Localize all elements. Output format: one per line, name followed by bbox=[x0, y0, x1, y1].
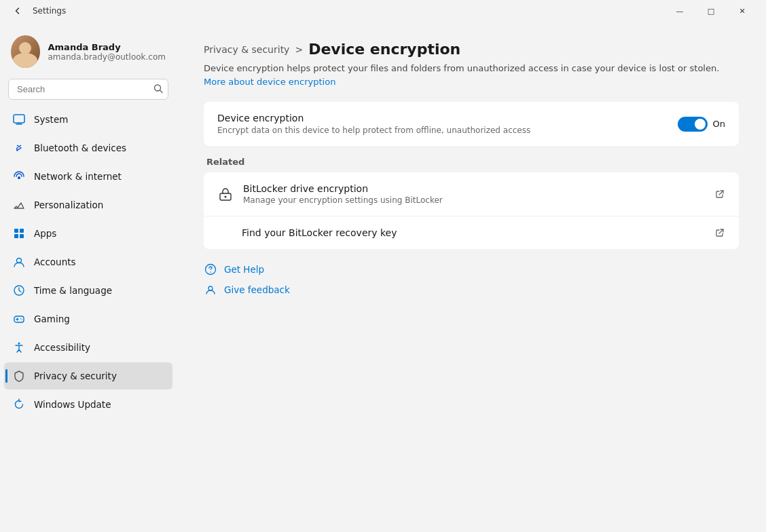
svg-line-1 bbox=[160, 90, 163, 93]
sidebar-item-accessibility-label: Accessibility bbox=[34, 342, 90, 353]
sidebar: Amanda Brady amanda.brady@outlook.com bbox=[0, 22, 177, 532]
svg-point-23 bbox=[210, 271, 211, 273]
search-input[interactable] bbox=[8, 79, 168, 100]
sidebar-item-personalization-label: Personalization bbox=[34, 200, 103, 210]
accessibility-icon bbox=[12, 341, 26, 354]
breadcrumb-parent: Privacy & security bbox=[204, 44, 289, 55]
sidebar-item-network-label: Network & internet bbox=[34, 171, 122, 182]
page-title: Device encryption bbox=[308, 41, 460, 58]
system-icon bbox=[12, 113, 26, 126]
bitlocker-recovery-title: Find your BitLocker recovery key bbox=[242, 227, 705, 238]
help-section: Get Help Give feedback bbox=[204, 263, 739, 297]
svg-point-24 bbox=[208, 286, 213, 290]
get-help-link[interactable]: Get Help bbox=[204, 263, 739, 276]
toggle-wrap: On bbox=[678, 117, 725, 132]
page-description: Device encryption helps protect your fil… bbox=[204, 62, 720, 88]
network-icon bbox=[12, 170, 26, 183]
bitlocker-item[interactable]: BitLocker drive encryption Manage your e… bbox=[204, 172, 739, 216]
svg-rect-2 bbox=[14, 115, 24, 123]
bluetooth-icon bbox=[12, 141, 26, 155]
sidebar-item-update-label: Windows Update bbox=[34, 399, 111, 410]
content-area: Privacy & security > Device encryption D… bbox=[177, 22, 766, 532]
breadcrumb-separator: > bbox=[295, 44, 303, 55]
sidebar-item-gaming-label: Gaming bbox=[34, 314, 70, 324]
device-encryption-title: Device encryption bbox=[217, 113, 678, 124]
svg-rect-9 bbox=[20, 234, 24, 238]
bitlocker-recovery-item[interactable]: Find your BitLocker recovery key bbox=[204, 216, 739, 249]
sidebar-item-system-label: System bbox=[34, 114, 68, 125]
device-encryption-toggle[interactable] bbox=[678, 117, 708, 132]
sidebar-item-network[interactable]: Network & internet bbox=[4, 163, 172, 190]
sidebar-item-apps-label: Apps bbox=[34, 228, 56, 239]
device-encryption-card: Device encryption Encrypt data on this d… bbox=[204, 102, 739, 146]
close-button[interactable]: ✕ bbox=[727, 0, 758, 22]
svg-line-21 bbox=[719, 229, 723, 233]
device-encryption-desc: Encrypt data on this device to help prot… bbox=[217, 126, 678, 135]
user-name: Amanda Brady bbox=[48, 42, 166, 52]
gaming-icon bbox=[12, 312, 26, 326]
sidebar-item-time[interactable]: Time & language bbox=[4, 277, 172, 304]
get-help-label: Get Help bbox=[224, 264, 264, 275]
svg-point-17 bbox=[18, 343, 20, 345]
search-icon bbox=[153, 83, 163, 95]
sidebar-item-privacy[interactable]: Privacy & security bbox=[4, 362, 172, 390]
sidebar-item-gaming[interactable]: Gaming bbox=[4, 305, 172, 332]
get-help-icon bbox=[204, 263, 217, 276]
bitlocker-icon bbox=[217, 186, 234, 202]
give-feedback-icon bbox=[204, 283, 217, 297]
bitlocker-external-icon bbox=[714, 189, 725, 200]
sidebar-item-personalization[interactable]: Personalization bbox=[4, 191, 172, 218]
user-profile: Amanda Brady amanda.brady@outlook.com bbox=[0, 27, 177, 79]
sidebar-item-privacy-label: Privacy & security bbox=[34, 370, 117, 381]
svg-rect-8 bbox=[14, 234, 18, 238]
breadcrumb: Privacy & security > Device encryption bbox=[204, 41, 739, 58]
bitlocker-recovery-text: Find your BitLocker recovery key bbox=[217, 227, 705, 238]
svg-rect-7 bbox=[20, 229, 24, 233]
minimize-button[interactable]: — bbox=[664, 0, 695, 22]
bitlocker-desc: Manage your encryption settings using Bi… bbox=[243, 195, 705, 205]
give-feedback-label: Give feedback bbox=[224, 284, 290, 295]
window-controls: — □ ✕ bbox=[664, 0, 758, 22]
privacy-shield-icon bbox=[12, 369, 26, 383]
time-icon bbox=[12, 284, 26, 297]
sidebar-item-bluetooth[interactable]: Bluetooth & devices bbox=[4, 134, 172, 162]
sidebar-item-update[interactable]: Windows Update bbox=[4, 391, 172, 418]
learn-more-link[interactable]: More about device encryption bbox=[204, 77, 335, 87]
titlebar: Settings — □ ✕ bbox=[0, 0, 766, 22]
user-email: amanda.brady@outlook.com bbox=[48, 52, 166, 62]
svg-point-15 bbox=[20, 318, 21, 319]
related-section-label: Related bbox=[206, 157, 739, 167]
search-box bbox=[8, 79, 168, 100]
svg-point-19 bbox=[225, 196, 227, 198]
accounts-icon bbox=[12, 255, 26, 269]
svg-rect-6 bbox=[14, 229, 18, 233]
svg-point-5 bbox=[18, 176, 20, 179]
sidebar-item-accounts-label: Accounts bbox=[34, 256, 76, 267]
bitlocker-text: BitLocker drive encryption Manage your e… bbox=[243, 183, 705, 205]
sidebar-item-accessibility[interactable]: Accessibility bbox=[4, 334, 172, 361]
toggle-label: On bbox=[713, 119, 725, 129]
user-info: Amanda Brady amanda.brady@outlook.com bbox=[48, 42, 166, 62]
bitlocker-title: BitLocker drive encryption bbox=[243, 183, 705, 194]
svg-point-16 bbox=[21, 319, 22, 320]
device-encryption-info: Device encryption Encrypt data on this d… bbox=[217, 113, 678, 135]
window-title: Settings bbox=[33, 6, 664, 16]
sidebar-item-accounts[interactable]: Accounts bbox=[4, 248, 172, 276]
sidebar-item-time-label: Time & language bbox=[34, 285, 112, 296]
svg-rect-12 bbox=[14, 316, 24, 322]
sidebar-item-apps[interactable]: Apps bbox=[4, 220, 172, 247]
back-button[interactable] bbox=[8, 1, 27, 20]
sidebar-item-bluetooth-label: Bluetooth & devices bbox=[34, 142, 126, 153]
give-feedback-link[interactable]: Give feedback bbox=[204, 283, 739, 297]
personalization-icon bbox=[12, 198, 26, 212]
maximize-button[interactable]: □ bbox=[695, 0, 727, 22]
sidebar-item-system[interactable]: System bbox=[4, 106, 172, 133]
bitlocker-recovery-external-icon bbox=[714, 227, 725, 238]
apps-icon bbox=[12, 227, 26, 240]
avatar bbox=[11, 35, 40, 68]
related-items-card: BitLocker drive encryption Manage your e… bbox=[204, 172, 739, 249]
svg-line-20 bbox=[719, 191, 723, 195]
update-icon bbox=[12, 398, 26, 411]
